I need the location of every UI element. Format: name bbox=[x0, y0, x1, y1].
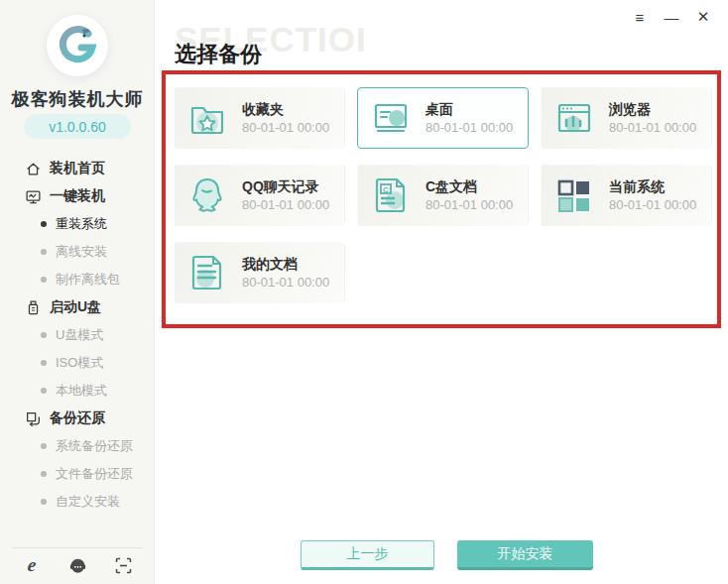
bullet-icon bbox=[41, 249, 47, 255]
browser-icon bbox=[552, 96, 596, 140]
sidebar-item-label: ISO模式 bbox=[56, 354, 103, 372]
backup-card-favorites[interactable]: 收藏夹 80-01-01 00:00 bbox=[174, 87, 345, 149]
sidebar-item-label: 备份还原 bbox=[50, 409, 105, 427]
backup-card-date: 80-01-01 00:00 bbox=[425, 196, 513, 214]
sidebar-item-label: 启动U盘 bbox=[50, 298, 101, 316]
qq-icon bbox=[185, 174, 229, 217]
backup-card-date: 80-01-01 00:00 bbox=[242, 119, 329, 137]
backup-card-browser[interactable]: 浏览器 80-01-01 00:00 bbox=[541, 87, 712, 149]
internet-explorer-icon[interactable]: e bbox=[22, 555, 42, 575]
svg-text:C:: C: bbox=[383, 185, 391, 194]
backup-card-title: 当前系统 bbox=[609, 176, 696, 196]
home-icon bbox=[25, 161, 42, 177]
backup-card-date: 80-01-01 00:00 bbox=[609, 119, 696, 137]
backup-card-grid: 收藏夹 80-01-01 00:00 桌面 80-01-01 00:00 bbox=[174, 87, 714, 303]
desktop-icon bbox=[369, 96, 413, 140]
sidebar-item-label: 系统备份还原 bbox=[56, 437, 133, 455]
sidebar-item-oneclick-install[interactable]: 一键装机 bbox=[0, 182, 155, 210]
monitor-pulse-icon bbox=[25, 188, 42, 205]
bullet-icon bbox=[41, 221, 47, 227]
sidebar-item-label: 文件备份还原 bbox=[56, 465, 133, 483]
backup-card-title: 桌面 bbox=[425, 99, 513, 119]
sidebar-item-label: 自定义安装 bbox=[56, 493, 120, 511]
sidebar-nav: 装机首页 一键装机 重装系统 离线安装 制作离线包 bbox=[0, 155, 155, 516]
footer-buttons: 上一步 开始安装 bbox=[155, 540, 728, 570]
sidebar-item-system-backup-restore[interactable]: 系统备份还原 bbox=[0, 432, 155, 460]
qr-scan-icon[interactable] bbox=[113, 555, 133, 575]
customer-service-headset-icon[interactable] bbox=[67, 555, 87, 575]
sidebar-item-file-backup-restore[interactable]: 文件备份还原 bbox=[0, 460, 155, 488]
sidebar-item-boot-usb[interactable]: 启动U盘 bbox=[0, 293, 155, 321]
sidebar-item-label: 装机首页 bbox=[50, 160, 105, 177]
backup-card-date: 80-01-01 00:00 bbox=[242, 274, 329, 292]
app-window: 极客狗装机大师 v1.0.0.60 装机首页 一键装机 重装系统 bbox=[0, 0, 728, 584]
backup-card-desktop[interactable]: 桌面 80-01-01 00:00 bbox=[357, 87, 529, 149]
backup-card-current-system[interactable]: 当前系统 80-01-01 00:00 bbox=[541, 165, 712, 226]
bullet-icon bbox=[41, 332, 47, 338]
sidebar-item-make-offline-pack[interactable]: 制作离线包 bbox=[0, 266, 155, 293]
start-install-button[interactable]: 开始安装 bbox=[457, 540, 593, 570]
sidebar: 极客狗装机大师 v1.0.0.60 装机首页 一键装机 重装系统 bbox=[0, 0, 155, 584]
sidebar-item-label: 制作离线包 bbox=[56, 271, 120, 289]
sidebar-item-local-mode[interactable]: 本地模式 bbox=[0, 377, 155, 405]
my-documents-icon bbox=[185, 251, 229, 294]
backup-card-qq-history[interactable]: QQ聊天记录 80-01-01 00:00 bbox=[174, 165, 345, 226]
main-panel: ≡ — ✕ SELECTIOI 选择备份 收藏夹 80-01-01 00:00 bbox=[155, 0, 728, 584]
backup-card-date: 80-01-01 00:00 bbox=[609, 196, 696, 214]
sidebar-item-custom-install[interactable]: 自定义安装 bbox=[0, 488, 155, 516]
sidebar-footer: e bbox=[0, 550, 155, 580]
sidebar-item-reinstall-system[interactable]: 重装系统 bbox=[0, 210, 155, 238]
window-controls: ≡ — ✕ bbox=[629, 6, 714, 28]
backup-card-c-drive-docs[interactable]: C: C盘文档 80-01-01 00:00 bbox=[357, 165, 529, 226]
bullet-icon bbox=[41, 360, 47, 366]
sidebar-item-label: 本地模式 bbox=[56, 382, 107, 400]
backup-restore-icon bbox=[25, 410, 42, 427]
sidebar-footer-divider bbox=[12, 547, 143, 548]
sidebar-item-iso-mode[interactable]: ISO模式 bbox=[0, 349, 155, 377]
sidebar-item-usb-mode[interactable]: U盘模式 bbox=[0, 321, 155, 349]
version-badge: v1.0.0.60 bbox=[24, 114, 131, 139]
sidebar-item-label: 离线安装 bbox=[56, 243, 107, 261]
page-title: 选择备份 bbox=[175, 40, 262, 69]
backup-card-my-documents[interactable]: 我的文档 80-01-01 00:00 bbox=[174, 242, 345, 303]
backup-card-title: 我的文档 bbox=[242, 254, 329, 274]
sidebar-item-backup-restore[interactable]: 备份还原 bbox=[0, 405, 155, 432]
close-icon[interactable]: ✕ bbox=[692, 6, 714, 28]
backup-card-title: 收藏夹 bbox=[242, 99, 329, 119]
sidebar-item-label: 一键装机 bbox=[50, 187, 105, 205]
bullet-icon bbox=[41, 471, 47, 477]
sidebar-item-offline-install[interactable]: 离线安装 bbox=[0, 238, 155, 266]
sidebar-item-home[interactable]: 装机首页 bbox=[0, 155, 155, 182]
backup-card-title: QQ聊天记录 bbox=[242, 176, 329, 196]
usb-drive-icon bbox=[25, 299, 42, 316]
backup-card-title: C盘文档 bbox=[425, 176, 513, 196]
bullet-icon bbox=[41, 499, 47, 505]
current-system-icon bbox=[552, 174, 596, 217]
sidebar-item-label: 重装系统 bbox=[56, 215, 107, 233]
bullet-icon bbox=[41, 443, 47, 449]
sidebar-item-label: U盘模式 bbox=[56, 326, 103, 344]
previous-step-button[interactable]: 上一步 bbox=[301, 540, 434, 570]
bullet-icon bbox=[41, 388, 47, 394]
app-name: 极客狗装机大师 bbox=[0, 87, 155, 111]
menu-icon[interactable]: ≡ bbox=[629, 6, 651, 28]
bullet-icon bbox=[41, 277, 47, 283]
seahorse-g-logo-icon bbox=[56, 24, 99, 67]
backup-card-date: 80-01-01 00:00 bbox=[242, 196, 329, 214]
app-logo bbox=[47, 15, 108, 76]
c-drive-doc-icon: C: bbox=[369, 174, 413, 217]
backup-card-title: 浏览器 bbox=[609, 99, 696, 119]
favorites-folder-icon bbox=[185, 96, 229, 140]
backup-card-date: 80-01-01 00:00 bbox=[425, 119, 513, 137]
minimize-icon[interactable]: — bbox=[661, 6, 682, 28]
